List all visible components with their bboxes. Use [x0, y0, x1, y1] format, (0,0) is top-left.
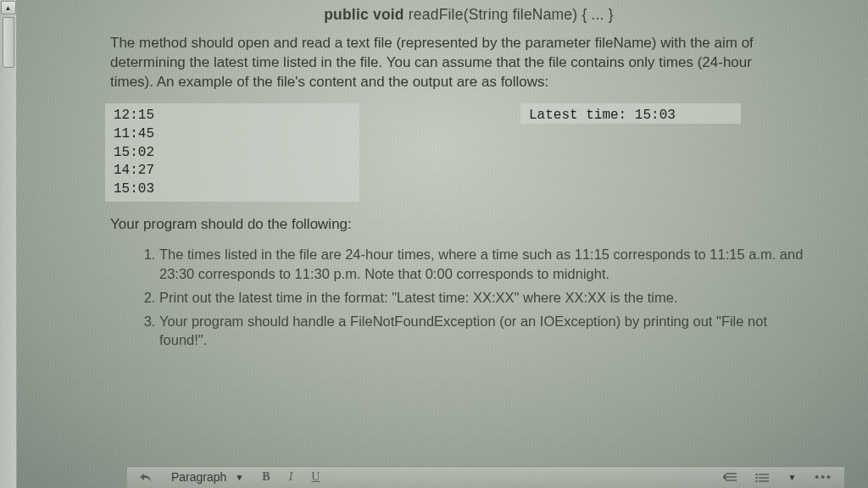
italic-button[interactable]: I: [289, 469, 293, 485]
svg-point-1: [756, 476, 758, 478]
method-params: (String fileName) { ... }: [464, 6, 614, 23]
requirement-item: The times listed in the file are 24-hour…: [159, 245, 804, 283]
requirements-list: The times listed in the file are 24-hour…: [159, 245, 804, 349]
method-name: readFile: [409, 6, 464, 23]
bold-button[interactable]: B: [262, 469, 270, 485]
file-line: 12:15: [114, 107, 351, 125]
example-output: Latest time: 15:03: [520, 103, 741, 124]
file-line: 11:45: [114, 125, 351, 144]
requirement-item: Your program should handle a FileNotFoun…: [159, 312, 804, 350]
svg-point-0: [756, 473, 758, 474]
editor-toolbar: Paragraph ▼ B I U ▼ •••: [127, 466, 844, 488]
document-viewport: ▲ public void readFile(String fileName) …: [0, 0, 868, 488]
chevron-down-icon[interactable]: ▼: [787, 472, 796, 484]
requirement-item: Print out the latest time in the format:…: [159, 288, 804, 307]
vertical-scrollbar[interactable]: ▲: [0, 0, 17, 488]
problem-description: The method should open and read a text f…: [110, 34, 754, 92]
requirements-lead: Your program should do the following:: [110, 215, 827, 235]
file-line: 15:03: [114, 180, 351, 199]
file-line: 14:27: [114, 162, 351, 180]
indent-decrease-icon[interactable]: [723, 473, 737, 483]
file-line: 15:02: [114, 144, 351, 163]
svg-point-2: [756, 480, 758, 481]
paragraph-style-dropdown[interactable]: Paragraph ▼: [171, 469, 243, 485]
scroll-up-button[interactable]: ▲: [1, 1, 16, 14]
underline-button[interactable]: U: [311, 469, 320, 485]
keyword-public-void: public void: [324, 6, 404, 23]
method-signature: public void readFile(String fileName) { …: [110, 5, 827, 25]
style-label: Paragraph: [171, 469, 226, 485]
chevron-down-icon: ▼: [235, 472, 243, 484]
example-block: 12:15 11:45 15:02 14:27 15:03 Latest tim…: [105, 103, 827, 202]
page-content: public void readFile(String fileName) { …: [17, 0, 868, 488]
list-icon[interactable]: [755, 473, 769, 483]
more-icon[interactable]: •••: [815, 469, 832, 485]
undo-icon[interactable]: [139, 472, 153, 484]
scroll-thumb[interactable]: [3, 17, 14, 68]
example-file-contents: 12:15 11:45 15:02 14:27 15:03: [105, 103, 359, 202]
